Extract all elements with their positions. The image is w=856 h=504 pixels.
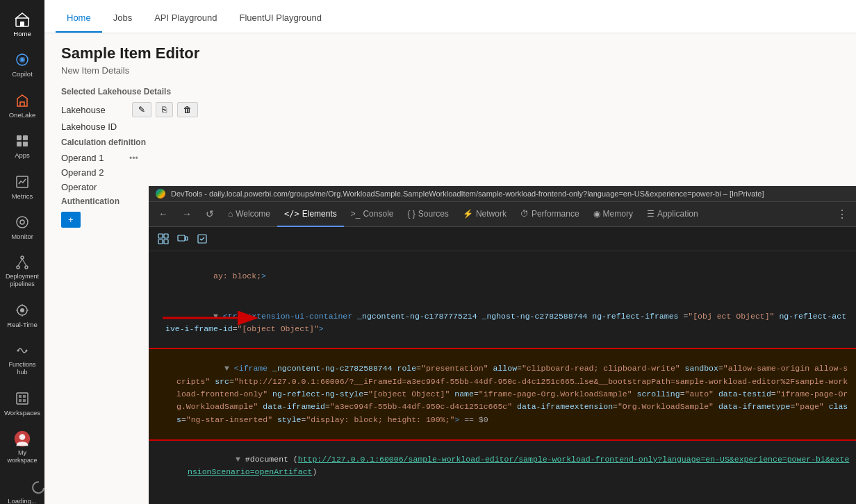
devtools-titlebar: DevTools - daily.local.powerbi.com/group…	[149, 186, 856, 202]
devtools-tab-performance[interactable]: ⏱ Performance	[513, 202, 586, 227]
application-icon: ☰	[647, 209, 655, 219]
top-nav: Home Jobs API Playground FluentUI Playgr…	[44, 0, 856, 33]
devtools-tab-welcome[interactable]: ⌂ Welcome	[221, 202, 277, 227]
network-icon: ⚡	[463, 209, 473, 219]
sidebar-item-workspaces[interactable]: Workspaces	[1, 385, 43, 422]
svg-rect-5	[17, 135, 22, 140]
main-content: Home Jobs API Playground FluentUI Playgr…	[44, 0, 856, 504]
svg-point-11	[20, 220, 24, 224]
svg-rect-26	[158, 234, 163, 238]
sidebar-item-copilot[interactable]: Copilot	[1, 46, 43, 83]
sidebar-item-metrics[interactable]: Metrics	[1, 168, 43, 205]
loading-icon	[14, 478, 31, 495]
devtools-back-btn[interactable]: ←	[151, 202, 175, 227]
edit-lakehouse-btn[interactable]: ✎	[132, 102, 151, 117]
devtools-tab-network[interactable]: ⚡ Network	[456, 202, 513, 227]
devtools-more-tabs-btn[interactable]: ⋮	[831, 208, 853, 221]
sidebar-deployment-label: Deployment pipelines	[4, 273, 40, 288]
svg-rect-31	[186, 237, 188, 240]
sidebar-apps-label: Apps	[15, 151, 30, 159]
sidebar-item-functions[interactable]: Functions hub	[1, 337, 43, 382]
devtools-forward-btn[interactable]: →	[175, 202, 199, 227]
dom-line: ay: block;>	[149, 257, 856, 296]
page-subtitle: New Item Details	[61, 65, 839, 76]
devtools-title-text: DevTools - daily.local.powerbi.com/group…	[171, 190, 764, 198]
svg-point-14	[25, 266, 28, 269]
svg-point-12	[21, 256, 24, 259]
svg-rect-29	[164, 240, 168, 244]
svg-rect-22	[19, 399, 22, 402]
sidebar-item-myworkspace[interactable]: My workspace	[1, 425, 43, 470]
page-title: Sample Item Editor	[61, 44, 839, 62]
devtools-refresh-btn[interactable]: ↺	[199, 202, 221, 227]
svg-rect-1	[20, 22, 24, 26]
dom-content[interactable]: ay: block;> ▼ <tri-extension-ui-containe…	[149, 251, 856, 504]
delete-lakehouse-btn[interactable]: 🗑	[177, 102, 198, 117]
sidebar-item-loading[interactable]: Loading...	[1, 473, 43, 504]
metrics-icon	[14, 174, 31, 190]
onelake-icon	[14, 92, 31, 109]
svg-point-16	[20, 308, 24, 312]
page-content: Sample Item Editor New Item Details Sele…	[44, 33, 856, 504]
apps-icon	[14, 133, 31, 149]
elements-icon: </>	[284, 209, 299, 219]
devtools-tab-application[interactable]: ☰ Application	[640, 202, 705, 227]
elements-toolbar	[149, 227, 856, 251]
performance-icon: ⏱	[520, 209, 529, 219]
dom-line: ▼ #document (http://127.0.0.1:60006/samp…	[149, 439, 856, 492]
sidebar-home-label: Home	[13, 30, 31, 37]
home-icon	[14, 11, 31, 28]
devtools-tab-bar: ← → ↺ ⌂ Welcome </> Elements >_ Console …	[149, 202, 856, 227]
dom-line: ▼ <html>	[149, 492, 856, 504]
svg-point-17	[17, 350, 19, 352]
welcome-icon: ⌂	[228, 209, 233, 219]
monitor-icon	[14, 214, 31, 230]
sidebar-functions-label: Functions hub	[4, 361, 40, 376]
device-toggle-btn[interactable]	[174, 230, 192, 248]
operand1-label: Operand 1	[61, 153, 124, 163]
element-state-btn[interactable]	[193, 230, 211, 248]
svg-rect-20	[19, 395, 22, 398]
sidebar-realtime-label: Real-Time	[7, 321, 37, 328]
section-calc-label: Calculation definition	[61, 137, 839, 147]
sidebar-item-deployment[interactable]: Deployment pipelines	[1, 249, 43, 294]
tab-jobs[interactable]: Jobs	[102, 4, 143, 33]
svg-rect-27	[164, 234, 168, 238]
devtools-browser-icon	[156, 189, 165, 199]
dom-line-highlighted: ▼ <iframe _ngcontent-ng-c2782588744 role…	[149, 349, 856, 440]
sidebar-workspaces-label: Workspaces	[4, 409, 40, 417]
svg-rect-23	[23, 399, 26, 402]
devtools-tab-console[interactable]: >_ Console	[344, 202, 401, 227]
svg-rect-6	[23, 135, 28, 140]
sources-icon: { }	[407, 209, 415, 219]
devtools-tab-memory[interactable]: ◉ Memory	[586, 202, 640, 227]
sidebar-item-onelake[interactable]: OneLake	[1, 87, 43, 124]
svg-point-10	[17, 217, 28, 228]
svg-point-4	[21, 58, 24, 61]
devtools-tab-elements[interactable]: </> Elements	[277, 202, 344, 227]
realtime-icon	[14, 302, 31, 319]
operand2-label: Operand 2	[61, 167, 124, 178]
auth-button[interactable]: +	[61, 212, 81, 228]
console-icon: >_	[351, 209, 361, 219]
sidebar-copilot-label: Copilot	[12, 70, 33, 78]
sidebar-onelake-label: OneLake	[9, 111, 36, 119]
devtools-tab-sources[interactable]: { } Sources	[400, 202, 455, 227]
svg-point-13	[17, 266, 19, 269]
sidebar-item-realtime[interactable]: Real-Time	[1, 296, 43, 334]
workspaces-icon	[14, 390, 31, 407]
dom-line: ▼ <tri-extension-ui-container _ngcontent…	[149, 296, 856, 349]
inspect-element-btn[interactable]	[154, 230, 172, 248]
sidebar-item-home[interactable]: Home	[1, 6, 43, 43]
svg-rect-8	[23, 142, 28, 146]
tab-home[interactable]: Home	[56, 4, 102, 33]
sidebar-item-apps[interactable]: Apps	[1, 127, 43, 165]
sidebar-item-monitor[interactable]: Monitor	[1, 208, 43, 246]
tab-api-playground[interactable]: API Playground	[143, 4, 228, 33]
copy-lakehouse-btn[interactable]: ⎘	[156, 102, 173, 117]
lakehouse-id-label: Lakehouse ID	[61, 121, 124, 132]
svg-rect-7	[17, 142, 22, 146]
memory-icon: ◉	[593, 209, 600, 219]
svg-rect-30	[178, 235, 185, 241]
tab-fluentui-playground[interactable]: FluentUI Playground	[229, 4, 334, 33]
